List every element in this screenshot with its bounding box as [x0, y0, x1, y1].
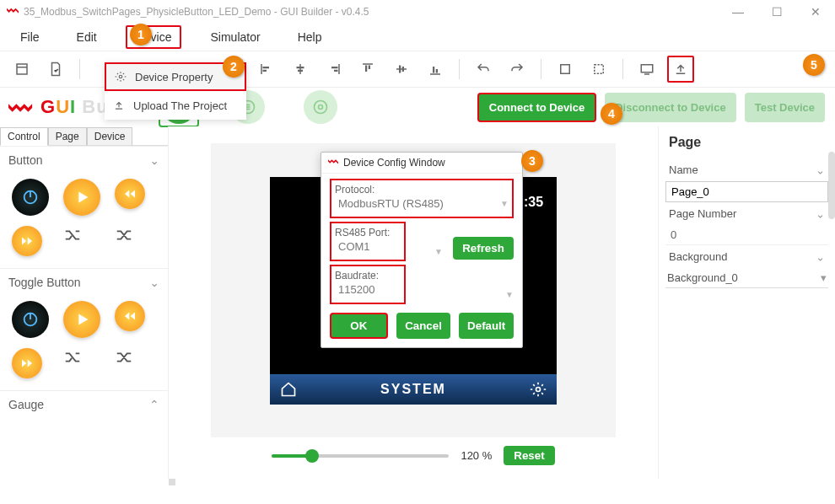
disconnect-button[interactable]: Disconnect to Device	[605, 93, 736, 122]
undo-icon[interactable]	[470, 56, 497, 83]
protocol-group: Protocol: ModbusRTU (RS485)▼	[330, 179, 514, 218]
svg-rect-10	[334, 70, 338, 72]
device-config-dialog: Device Config Window Protocol: ModbusRTU…	[321, 152, 523, 348]
dialog-title: Device Config Window	[343, 157, 445, 169]
protocol-label: Protocol:	[335, 184, 509, 196]
left-panel: Control Page Device Button ⌃ Toggle Butt…	[0, 126, 169, 479]
svg-rect-22	[641, 65, 653, 72]
svg-rect-13	[369, 66, 370, 70]
refresh-button[interactable]: Refresh	[453, 237, 514, 260]
window-buttons: — ☐ ✕	[725, 5, 828, 19]
align-bottom-icon[interactable]	[422, 56, 449, 83]
svg-rect-18	[433, 67, 434, 73]
gear-round-button[interactable]	[304, 90, 337, 124]
widget-toggle-crossfade[interactable]	[115, 348, 133, 367]
preview-footer-label: SYSTEM	[380, 382, 446, 397]
callout-marker-4: 4	[601, 103, 622, 125]
widget-power-button[interactable]	[12, 179, 49, 216]
menu-help[interactable]: Help	[289, 27, 331, 47]
svg-point-27	[319, 105, 323, 110]
minimize-button[interactable]: —	[725, 5, 751, 19]
svg-rect-12	[365, 66, 367, 72]
prop-bg-value: Background_0	[667, 271, 738, 284]
properties-title: Page	[669, 135, 828, 150]
prop-bg-value-row[interactable]: Background_0 ▾	[665, 268, 828, 288]
widget-toggle-power[interactable]	[12, 301, 49, 338]
svg-rect-4	[263, 70, 267, 72]
section-button[interactable]: Button ⌃	[0, 146, 168, 174]
zoom-slider[interactable]	[272, 454, 449, 458]
screen-icon[interactable]	[633, 56, 660, 83]
widget-crossfade-icon[interactable]	[115, 226, 133, 244]
menu-edit[interactable]: Edit	[68, 27, 105, 47]
widget-play-button[interactable]	[63, 179, 100, 216]
menu-upload-project[interactable]: Upload The Project	[105, 91, 246, 120]
widget-toggle-shuffle[interactable]	[63, 348, 82, 367]
menu-file[interactable]: File	[12, 27, 48, 47]
selection-dashed-icon[interactable]	[585, 56, 612, 83]
gear-icon[interactable]	[530, 381, 547, 398]
svg-rect-19	[436, 69, 438, 73]
widget-toggle-rewind[interactable]	[115, 301, 145, 331]
prop-number-row[interactable]: Page Number ⌃	[665, 202, 828, 225]
tab-page[interactable]: Page	[48, 127, 87, 146]
redo-icon[interactable]	[504, 56, 531, 83]
toolbar-new-icon[interactable]	[8, 56, 35, 83]
zoom-reset-button[interactable]: Reset	[504, 446, 554, 465]
callout-marker-2: 2	[223, 56, 245, 78]
align-center-h-icon[interactable]	[287, 56, 314, 83]
widget-toggle-play[interactable]	[63, 301, 100, 338]
svg-rect-20	[561, 65, 570, 74]
dialog-buttons: OK Cancel Default	[330, 313, 514, 339]
home-icon[interactable]	[280, 381, 297, 398]
dialog-title-bar[interactable]: Device Config Window	[321, 153, 522, 174]
svg-point-28	[315, 101, 327, 114]
widget-toggle-forward[interactable]	[12, 348, 42, 378]
protocol-select[interactable]: ModbusRTU (RS485)▼	[335, 196, 509, 215]
callout-marker-5: 5	[803, 54, 825, 76]
widget-forward-button[interactable]	[12, 226, 42, 256]
prop-bg-row[interactable]: Background ⌃	[665, 245, 828, 268]
cancel-button[interactable]: Cancel	[396, 313, 451, 339]
align-right-icon[interactable]	[321, 56, 347, 83]
toggle-widgets	[0, 296, 168, 390]
svg-rect-16	[402, 67, 404, 72]
maximize-button[interactable]: ☐	[764, 5, 789, 19]
selection-solid-icon[interactable]	[552, 56, 579, 83]
widget-rewind-button[interactable]	[115, 179, 145, 209]
baud-label: Baudrate:	[335, 270, 401, 281]
baud-select[interactable]: 115200	[335, 281, 401, 301]
brand-logo-icon	[8, 100, 34, 114]
prop-name-row[interactable]: Name ⌃	[665, 158, 828, 181]
port-group: RS485 Port: COM1	[330, 222, 406, 261]
title-bar: 35_Modbus_SwitchPages_PhysicleButton_LED…	[0, 0, 835, 24]
callout-marker-3: 3	[521, 150, 543, 172]
chevron-up-icon: ⌃	[149, 276, 159, 289]
align-top-icon[interactable]	[354, 56, 381, 83]
upload-icon[interactable]	[667, 56, 694, 83]
svg-rect-0	[17, 64, 27, 74]
test-device-button[interactable]: Test Device	[745, 93, 825, 122]
chevron-up-icon: ⌃	[816, 250, 825, 263]
connection-buttons: Connect to Device Disconnect to Device T…	[477, 93, 835, 122]
menu-bar: File Edit Device Simulator Help	[0, 24, 835, 51]
properties-panel: Page Name ⌃ Page Number ⌃ 0 Background ⌃…	[658, 126, 835, 479]
prop-name-input[interactable]	[665, 181, 828, 202]
widget-shuffle-icon[interactable]	[63, 226, 82, 244]
align-center-v-icon[interactable]	[388, 56, 415, 83]
toolbar-open-icon[interactable]	[42, 56, 69, 83]
right-scrollbar[interactable]	[828, 152, 835, 371]
tab-device[interactable]: Device	[87, 127, 133, 146]
section-toggle[interactable]: Toggle Button ⌃	[0, 268, 168, 296]
port-select[interactable]: COM1	[335, 239, 401, 258]
align-left-icon[interactable]	[253, 56, 280, 83]
section-gauge[interactable]: Gauge ⌃	[0, 390, 168, 418]
svg-point-33	[536, 387, 540, 391]
default-button[interactable]: Default	[459, 313, 514, 339]
connect-button[interactable]: Connect to Device	[477, 93, 596, 122]
svg-rect-6	[297, 67, 304, 68]
tab-control[interactable]: Control	[0, 127, 48, 146]
ok-button[interactable]: OK	[330, 313, 388, 339]
close-button[interactable]: ✕	[803, 5, 828, 19]
menu-simulator[interactable]: Simulator	[202, 27, 268, 47]
